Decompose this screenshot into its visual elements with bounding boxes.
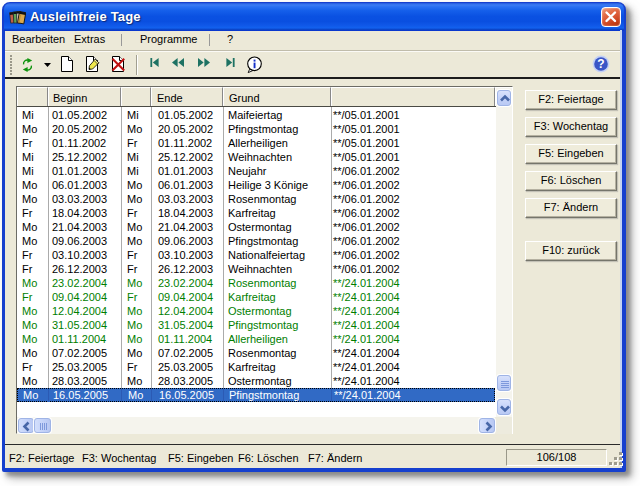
svg-text:?: ? [597, 57, 604, 71]
